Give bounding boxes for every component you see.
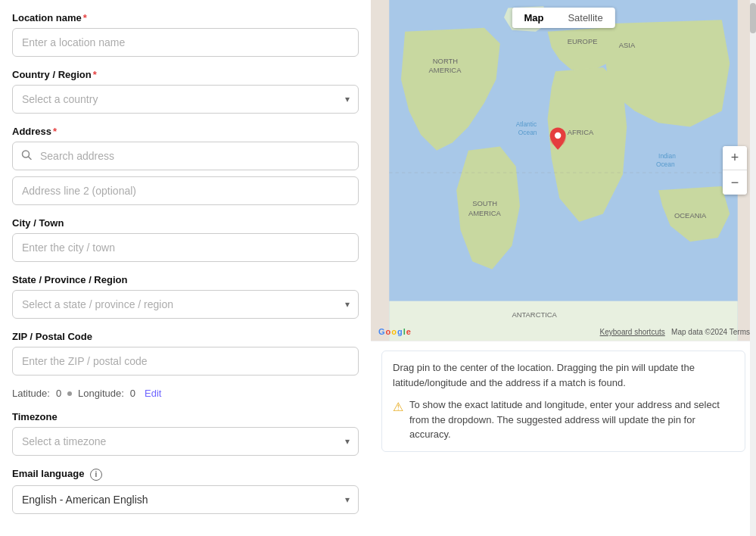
state-province-group: State / Province / Region Select a state…	[12, 274, 359, 319]
edit-link[interactable]: Edit	[145, 388, 161, 399]
svg-text:AFRICA: AFRICA	[568, 128, 594, 136]
warning-box: ⚠ To show the exact latitude and longitu…	[393, 397, 734, 442]
svg-text:AMERICA: AMERICA	[429, 66, 462, 74]
location-name-input[interactable]	[12, 28, 359, 57]
map-tab-satellite[interactable]: Satellite	[555, 8, 614, 28]
search-icon	[21, 150, 32, 163]
state-province-label: State / Province / Region	[12, 274, 359, 285]
svg-text:OCEANIA: OCEANIA	[674, 211, 707, 220]
info-box: Drag pin to the center of the location. …	[381, 351, 745, 452]
zip-postal-group: ZIP / Postal Code	[12, 331, 359, 376]
timezone-label-text: Timezone	[12, 411, 58, 422]
email-language-label-text: Email language	[12, 468, 84, 479]
longitude-label: Longitude:	[78, 388, 124, 399]
google-logo: Google	[378, 327, 411, 336]
country-region-label-text: Country / Region	[12, 69, 92, 80]
svg-text:SOUTH: SOUTH	[472, 199, 497, 207]
svg-text:EUROPE: EUROPE	[568, 37, 598, 45]
drag-info-text: Drag pin to the center of the location. …	[393, 360, 734, 390]
svg-text:NORTH: NORTH	[433, 57, 458, 65]
svg-text:ASIA: ASIA	[619, 41, 636, 49]
left-panel: Location name* Country / Region* Select …	[0, 0, 371, 536]
svg-text:AMERICA: AMERICA	[468, 209, 502, 217]
zoom-out-button[interactable]: −	[723, 170, 747, 195]
city-town-label: City / Town	[12, 217, 359, 229]
lat-lng-separator	[67, 391, 72, 396]
lat-lng-row: Latitude: 0 Longitude: 0 Edit	[12, 388, 359, 399]
location-name-required: *	[83, 12, 87, 23]
city-town-group: City / Town	[12, 217, 359, 262]
warning-icon: ⚠	[393, 398, 403, 442]
timezone-label: Timezone	[12, 411, 359, 422]
keyboard-shortcuts-link[interactable]: Keyboard shortcuts	[600, 328, 665, 336]
zoom-in-button[interactable]: +	[723, 146, 747, 170]
country-region-group: Country / Region* Select a country ▾	[12, 69, 359, 114]
city-town-label-text: City / Town	[12, 217, 64, 229]
timezone-select[interactable]: Select a timezone	[12, 427, 359, 456]
country-region-required: *	[93, 69, 97, 80]
map-and-info: NORTH AMERICA SOUTH AMERICA ASIA EUROPE …	[371, 0, 756, 536]
svg-line-1	[29, 157, 32, 160]
warning-text: To show the exact latitude and longitude…	[409, 397, 734, 442]
map-data-attribution: Map data ©2024 Terms	[671, 328, 750, 336]
scrollbar[interactable]	[750, 0, 756, 536]
map-container[interactable]: NORTH AMERICA SOUTH AMERICA ASIA EUROPE …	[371, 0, 756, 341]
email-language-select[interactable]: English - American English	[12, 485, 359, 514]
email-language-label: Email language i	[12, 468, 359, 481]
svg-text:Ocean: Ocean	[518, 129, 537, 136]
location-name-group: Location name*	[12, 12, 359, 57]
longitude-value: 0	[130, 388, 135, 399]
country-region-label: Country / Region*	[12, 69, 359, 80]
address-group: Address*	[12, 126, 359, 205]
svg-point-5	[555, 132, 561, 139]
state-province-label-text: State / Province / Region	[12, 274, 127, 285]
state-province-select[interactable]: Select a state / province / region	[12, 290, 359, 319]
info-section: Drag pin to the center of the location. …	[371, 341, 756, 536]
svg-text:Ocean: Ocean	[656, 160, 675, 168]
map-tabs: Map Satellite	[512, 8, 614, 28]
timezone-group: Timezone Select a timezone ▾	[12, 411, 359, 456]
map-zoom-controls: + −	[723, 146, 747, 195]
address-search-input[interactable]	[12, 142, 359, 170]
state-province-select-wrapper: Select a state / province / region ▾	[12, 290, 359, 319]
scrollbar-thumb[interactable]	[750, 3, 756, 33]
email-language-select-wrapper: English - American English ▾	[12, 485, 359, 514]
email-language-group: Email language i English - American Engl…	[12, 468, 359, 514]
zip-postal-label: ZIP / Postal Code	[12, 331, 359, 342]
latitude-label: Latitude:	[12, 388, 50, 399]
address-search-wrapper	[12, 142, 359, 170]
map-tab-map[interactable]: Map	[512, 8, 555, 28]
svg-text:Atlantic: Atlantic	[516, 120, 537, 128]
zip-postal-input[interactable]	[12, 347, 359, 376]
zip-postal-label-text: ZIP / Postal Code	[12, 331, 92, 342]
map-attribution: Keyboard shortcuts Map data ©2024 Terms	[600, 328, 750, 336]
address-required: *	[53, 126, 57, 137]
latitude-value: 0	[56, 388, 61, 399]
right-panel: NORTH AMERICA SOUTH AMERICA ASIA EUROPE …	[371, 0, 756, 536]
location-name-label: Location name*	[12, 12, 359, 23]
svg-text:Indian: Indian	[658, 152, 676, 160]
country-region-select-wrapper: Select a country ▾	[12, 85, 359, 114]
svg-text:ANTARCTICA: ANTARCTICA	[512, 310, 557, 319]
email-language-info-icon[interactable]: i	[90, 469, 102, 481]
address-line2-input[interactable]	[12, 176, 359, 205]
location-name-label-text: Location name	[12, 12, 82, 23]
address-label-text: Address	[12, 126, 51, 137]
city-town-input[interactable]	[12, 233, 359, 262]
country-region-select[interactable]: Select a country	[12, 85, 359, 114]
timezone-select-wrapper: Select a timezone ▾	[12, 427, 359, 456]
map-svg: NORTH AMERICA SOUTH AMERICA ASIA EUROPE …	[371, 0, 756, 341]
address-label: Address*	[12, 126, 359, 137]
